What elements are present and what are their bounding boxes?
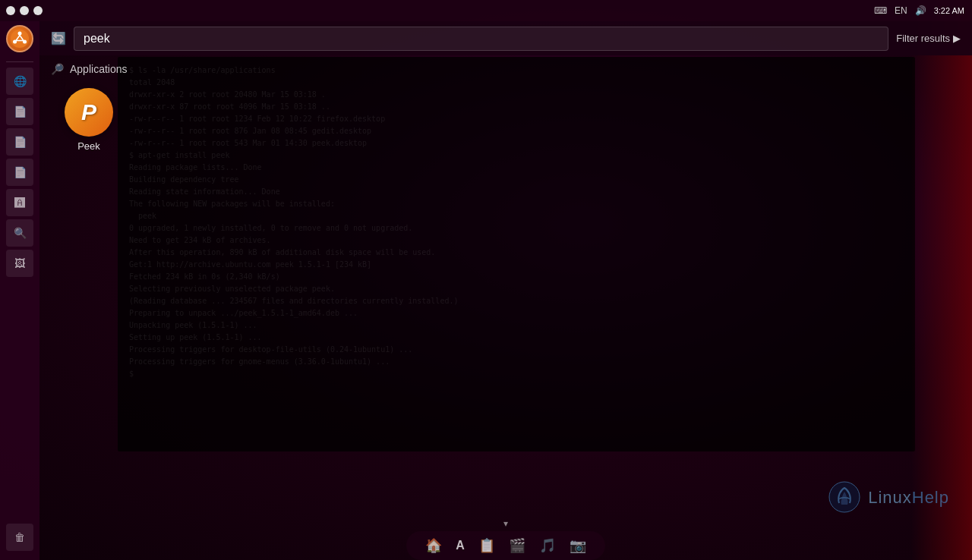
maximize-button[interactable] xyxy=(33,6,43,15)
sidebar-item-browser[interactable]: 🌐 xyxy=(6,68,33,95)
dock-arrow-icon: ▾ xyxy=(503,518,508,529)
music-icon[interactable]: 🎵 xyxy=(539,537,556,554)
topbar: ⌨ EN 🔊 3:22 AM xyxy=(0,0,972,21)
filter-label: Filter results xyxy=(896,33,950,44)
sidebar-item-amazon[interactable]: 🅰 xyxy=(6,189,33,216)
search-input[interactable] xyxy=(74,27,888,51)
help-text: Help xyxy=(912,488,949,507)
system-time: 3:22 AM xyxy=(934,6,964,15)
category-label: Applications xyxy=(70,63,128,75)
filter-arrow-icon: ▶ xyxy=(953,33,961,44)
app-grid: P Peek xyxy=(51,84,961,156)
app-item-peek[interactable]: P Peek xyxy=(55,84,123,156)
ubuntu-logo[interactable] xyxy=(6,25,33,52)
sidebar-item-files1[interactable]: 📄 xyxy=(6,98,33,125)
results-area: 🔎 Applications P Peek xyxy=(39,55,972,163)
linuxhelp-logo: LinuxHelp xyxy=(828,480,949,514)
linux-text: Linux xyxy=(868,488,912,507)
linuxhelp-text: LinuxHelp xyxy=(868,488,949,508)
camera-icon[interactable]: 📷 xyxy=(570,537,586,554)
files-icon[interactable]: 📋 xyxy=(478,537,495,554)
sidebar-item-trash[interactable]: 🗑 xyxy=(6,524,33,551)
volume-icon[interactable]: 🔊 xyxy=(915,5,926,16)
bottom-dock: ▾ 🏠 A 📋 🎬 🎵 📷 xyxy=(39,518,972,560)
home-icon[interactable]: 🏠 xyxy=(425,537,442,554)
sidebar-item-files2[interactable]: 📄 xyxy=(6,128,33,156)
applications-category: 🔎 Applications xyxy=(51,63,961,75)
sidebar-item-files3[interactable]: 📄 xyxy=(6,159,33,186)
peek-icon: P xyxy=(65,88,113,137)
filter-results-button[interactable]: Filter results ▶ xyxy=(896,33,961,44)
sidebar-item-search[interactable]: 🔍 xyxy=(6,219,33,247)
sidebar-item-photos[interactable]: 🖼 xyxy=(6,250,33,277)
sidebar: 🌐 📄 📄 📄 🅰 🔍 🖼 🗑 xyxy=(0,21,39,560)
topbar-right: ⌨ EN 🔊 3:22 AM xyxy=(874,5,964,16)
linuxhelp-logo-icon xyxy=(828,480,862,514)
ubuntu-icon xyxy=(10,29,30,49)
svg-point-1 xyxy=(18,32,22,36)
category-apps-icon: 🔎 xyxy=(51,63,64,75)
close-button[interactable] xyxy=(6,6,15,15)
dock-items: 🏠 A 📋 🎬 🎵 📷 xyxy=(406,531,605,560)
peek-icon-letter: P xyxy=(81,99,96,125)
search-indicator-icon: 🔄 xyxy=(51,31,66,46)
peek-app-name: Peek xyxy=(77,140,100,152)
minimize-button[interactable] xyxy=(20,6,29,15)
video-icon[interactable]: 🎬 xyxy=(509,537,525,554)
sidebar-divider-top xyxy=(6,61,33,62)
keyboard-icon[interactable]: ⌨ xyxy=(874,5,887,16)
fonts-icon[interactable]: A xyxy=(456,539,465,552)
window-controls xyxy=(6,6,43,15)
input-icon[interactable]: EN xyxy=(895,5,907,16)
search-bar: 🔄 Filter results ▶ xyxy=(39,21,972,55)
